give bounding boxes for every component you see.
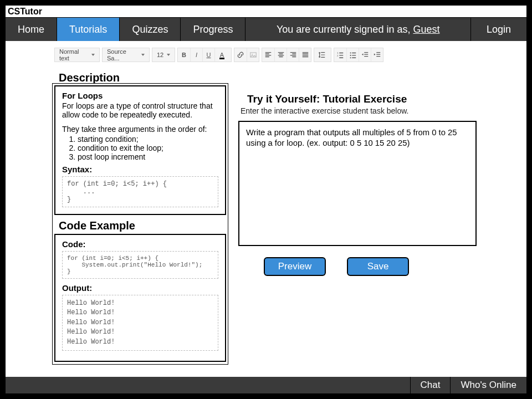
nav-tutorials[interactable]: Tutorials [57,18,120,41]
font-dropdown-label: Source Sa... [107,48,138,62]
align-right-button[interactable] [287,48,299,62]
link-icon [237,51,244,59]
image-icon [249,51,257,59]
syntax-label: Syntax: [62,165,218,174]
caret-icon [91,54,95,56]
app-title-bar: CSTutor [6,6,526,18]
image-button[interactable] [247,48,259,62]
nav-home-label: Home [18,24,44,35]
align-center-button[interactable] [274,48,287,62]
exercise-text: Write a program that outputs all multipl… [246,128,457,147]
footer-whos-online-label: Who's Online [461,380,516,391]
svg-point-1 [252,54,253,55]
footer-chat-label: Chat [421,380,441,391]
desc-p1: For loops are a type of control structur… [62,101,218,119]
underline-icon: U [207,52,211,58]
indent-button[interactable] [371,48,383,62]
rich-text-toolbar: Normal text Source Sa... 12 B I U A [54,48,386,62]
description-box[interactable]: For Loops For loops are a type of contro… [54,85,226,215]
bold-button[interactable]: B [178,48,190,62]
bold-icon: B [182,52,186,58]
line-spacing-icon [318,51,326,59]
nav-progress[interactable]: Progress [181,18,245,41]
italic-button[interactable]: I [190,48,202,62]
desc-li1: starting condition; [78,135,218,144]
align-left-icon [264,51,272,59]
italic-icon: I [196,52,197,58]
outdent-icon [361,51,369,59]
style-dropdown[interactable]: Normal text [55,48,99,62]
output-label: Output: [62,283,218,293]
nav-home[interactable]: Home [6,18,57,41]
align-justify-button[interactable] [299,48,311,62]
nav-quizzes[interactable]: Quizzes [120,18,181,41]
svg-point-6 [350,57,351,58]
align-center-icon [277,51,285,59]
desc-li3: post loop increment [78,152,218,161]
try-it-heading: Try it Yourself: Tutorial Exercise [247,93,407,105]
main-nav: Home Tutorials Quizzes Progress You are … [6,18,526,41]
preview-button-label: Preview [278,261,311,272]
spacer [62,119,218,125]
try-it-subheading: Enter the interactive exercise student t… [241,106,409,115]
indent-icon [374,51,381,59]
line-spacing-button[interactable] [314,48,331,62]
text-color-button[interactable]: A [214,48,231,62]
svg-point-4 [350,52,351,53]
signed-in-text: You are currently signed in as, Guest [277,24,440,35]
caret-icon [141,54,145,56]
desc-title: For Loops [62,91,218,100]
text-color-icon: A [220,52,224,58]
app-title: CSTutor [8,7,42,16]
fontsize-dropdown-label: 12 [157,52,163,58]
nav-quizzes-label: Quizzes [132,24,168,35]
code-code-block: for (int i=0; i<5; i++) { System.out.pri… [62,251,218,279]
style-dropdown-label: Normal text [59,48,88,62]
content-area: Normal text Source Sa... 12 B I U A [6,41,526,377]
code-example-heading: Code Example [59,219,135,232]
caret-icon [167,54,170,56]
nav-progress-label: Progress [193,24,233,35]
signed-in-prefix: You are currently signed in as, [277,24,413,35]
description-heading: Description [59,71,120,84]
code-example-box[interactable]: Code: for (int i=0; i<5; i++) { System.o… [54,234,226,362]
exercise-input[interactable]: Write a program that outputs all multipl… [238,121,477,246]
desc-p2: They take three arguments in the order o… [62,125,218,134]
nav-login[interactable]: Login [470,18,526,41]
nav-signed-in: You are currently signed in as, Guest [245,18,470,41]
link-button[interactable] [234,48,247,62]
svg-point-5 [350,55,351,56]
app-frame: CSTutor Home Tutorials Quizzes Progress … [6,6,526,393]
code-label: Code: [62,239,218,249]
save-button-label: Save [367,261,389,272]
nav-login-label: Login [487,24,511,35]
numbered-list-button[interactable]: 12 [334,48,346,62]
bullet-list-icon [349,51,357,59]
align-left-button[interactable] [262,48,274,62]
preview-button[interactable]: Preview [264,257,326,276]
signed-in-user-link[interactable]: Guest [413,24,439,35]
svg-text:2: 2 [337,54,339,57]
desc-li2: condition to exit the loop; [78,144,218,152]
underline-button[interactable]: U [202,48,214,62]
numbered-list-icon: 12 [336,51,344,59]
footer-bar: Chat Who's Online [6,377,526,393]
align-justify-icon [301,51,309,59]
desc-arguments-list: starting condition; condition to exit th… [62,135,218,161]
font-dropdown[interactable]: Source Sa... [103,48,149,62]
bullet-list-button[interactable] [346,48,359,62]
align-right-icon [289,51,297,59]
outdent-button[interactable] [359,48,371,62]
nav-tutorials-label: Tutorials [69,24,107,35]
syntax-code-block: for (int i=0; i<5; i++) { ... } [62,176,218,207]
footer-chat[interactable]: Chat [410,377,451,393]
save-button[interactable]: Save [347,257,409,276]
output-block: Hello World! Hello World! Hello World! H… [62,295,218,351]
footer-whos-online[interactable]: Who's Online [450,377,526,393]
fontsize-dropdown[interactable]: 12 [152,48,175,62]
